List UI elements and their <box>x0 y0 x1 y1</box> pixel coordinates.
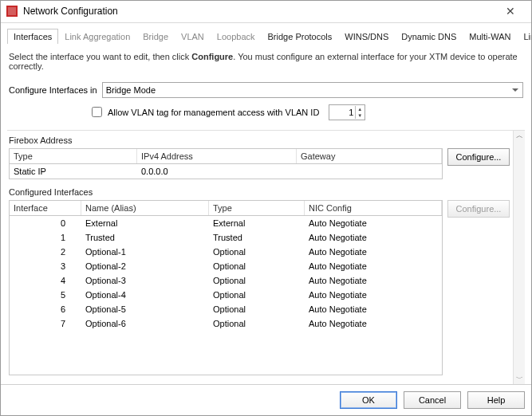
cell-interface: 4 <box>10 274 81 287</box>
cell-interface: 7 <box>10 317 81 330</box>
vlan-checkbox[interactable]: Allow VLAN tag for management access wit… <box>89 104 319 120</box>
tab-bridge: Bridge <box>136 29 175 44</box>
svg-rect-1 <box>8 7 16 15</box>
cell-itype: Optional <box>209 260 305 273</box>
tab-dynamic-dns[interactable]: Dynamic DNS <box>395 29 463 44</box>
cell-nic: Auto Negotiate <box>305 231 442 244</box>
cell-nic: Auto Negotiate <box>305 303 442 316</box>
scroll-area: Firebox Address Type IPv4 Address Gatewa… <box>7 130 525 384</box>
table-row[interactable]: 2Optional-1OptionalAuto Negotiate <box>10 245 442 259</box>
cell-nic: Auto Negotiate <box>305 288 442 301</box>
content-area: InterfacesLink AggregationBridgeVLANLoop… <box>1 23 531 384</box>
intro-pre: Select the interface you want to edit, t… <box>9 52 191 61</box>
spinner-up[interactable]: ▲ <box>355 106 364 112</box>
cell-itype: Optional <box>209 274 305 287</box>
interfaces-grid[interactable]: Interface Name (Alias) Type NIC Config 0… <box>9 200 443 375</box>
firebox-col-type[interactable]: Type <box>10 149 137 163</box>
cell-itype: External <box>209 217 305 230</box>
tab-wins-dns[interactable]: WINS/DNS <box>338 29 395 44</box>
vlan-checkbox-label: Allow VLAN tag for management access wit… <box>108 108 319 117</box>
cell-interface: 1 <box>10 231 81 244</box>
close-icon: ✕ <box>506 5 515 18</box>
table-row[interactable]: 6Optional-5OptionalAuto Negotiate <box>10 302 442 316</box>
cell-type: Static IP <box>10 165 137 178</box>
cell-itype: Optional <box>209 317 305 330</box>
cell-gateway <box>297 165 442 178</box>
close-button[interactable]: ✕ <box>495 2 526 20</box>
interfaces-title: Configured Interfaces <box>9 187 513 197</box>
table-row[interactable]: 3Optional-2OptionalAuto Negotiate <box>10 259 442 273</box>
tab-vlan: VLAN <box>175 29 211 44</box>
tab-multi-wan[interactable]: Multi-WAN <box>463 29 517 44</box>
tabstrip: InterfacesLink AggregationBridgeVLANLoop… <box>7 28 525 44</box>
configure-in-row: Configure Interfaces in Bridge Mode <box>9 82 523 98</box>
cell-itype: Trusted <box>209 231 305 244</box>
cell-name: Optional-5 <box>81 303 209 316</box>
cell-interface: 6 <box>10 303 81 316</box>
cell-interface: 5 <box>10 288 81 301</box>
cell-itype: Optional <box>209 303 305 316</box>
cell-interface: 0 <box>10 217 81 230</box>
cell-name: Optional-1 <box>81 245 209 258</box>
tab-loopback: Loopback <box>211 29 262 44</box>
cell-ipv4: 0.0.0.0 <box>137 165 297 178</box>
cell-nic: Auto Negotiate <box>305 317 442 330</box>
table-row[interactable]: 5Optional-4OptionalAuto Negotiate <box>10 288 442 302</box>
cell-interface: 2 <box>10 245 81 258</box>
table-row[interactable]: 4Optional-3OptionalAuto Negotiate <box>10 273 442 288</box>
tab-link-aggregation: Link Aggregation <box>58 29 136 44</box>
interfaces-configure-button[interactable]: Configure... <box>447 200 510 218</box>
dialog-footer: OK Cancel Help <box>1 384 531 415</box>
if-col-type[interactable]: Type <box>209 201 305 215</box>
cell-name: Optional-2 <box>81 260 209 273</box>
if-col-interface[interactable]: Interface <box>10 201 81 215</box>
scroll-up-icon[interactable]: ︿ <box>514 131 525 141</box>
vlan-checkbox-input[interactable] <box>92 107 102 117</box>
firebox-grid[interactable]: Type IPv4 Address Gateway Static IP0.0.0… <box>9 148 443 179</box>
intro-text: Select the interface you want to edit, t… <box>9 52 523 71</box>
firebox-col-ipv4[interactable]: IPv4 Address <box>137 149 297 163</box>
vertical-scrollbar[interactable]: ︿ ﹀ <box>513 131 525 384</box>
configure-in-label: Configure Interfaces in <box>9 85 97 95</box>
cell-name: Optional-3 <box>81 274 209 287</box>
scroll-down-icon[interactable]: ﹀ <box>514 374 525 384</box>
firebox-col-gateway[interactable]: Gateway <box>297 149 442 163</box>
table-row[interactable]: 7Optional-6OptionalAuto Negotiate <box>10 316 442 331</box>
cell-interface: 3 <box>10 260 81 273</box>
titlebar: Network Configuration ✕ <box>1 1 531 23</box>
app-icon <box>6 5 18 18</box>
cell-nic: Auto Negotiate <box>305 260 442 273</box>
if-col-name[interactable]: Name (Alias) <box>81 201 209 215</box>
vlan-id-spinner[interactable]: 1 ▲ ▼ <box>329 104 365 120</box>
cell-nic: Auto Negotiate <box>305 245 442 258</box>
firebox-configure-button[interactable]: Configure... <box>447 148 510 166</box>
table-row[interactable]: 0ExternalExternalAuto Negotiate <box>10 216 442 230</box>
firebox-title: Firebox Address <box>9 135 513 145</box>
cell-nic: Auto Negotiate <box>305 217 442 230</box>
cell-itype: Optional <box>209 245 305 258</box>
spinner-down[interactable]: ▼ <box>355 112 364 119</box>
cell-name: External <box>81 217 209 230</box>
cell-name: Optional-6 <box>81 317 209 330</box>
help-button[interactable]: Help <box>467 391 525 409</box>
window-title: Network Configuration <box>23 6 118 17</box>
configure-in-select[interactable]: Bridge Mode <box>102 82 523 98</box>
cell-nic: Auto Negotiate <box>305 274 442 287</box>
intro-bold: Configure <box>191 52 233 61</box>
tab-interfaces[interactable]: Interfaces <box>7 29 58 44</box>
configure-in-value: Bridge Mode <box>106 85 156 95</box>
cancel-button[interactable]: Cancel <box>404 391 461 409</box>
tab-bridge-protocols[interactable]: Bridge Protocols <box>262 29 339 44</box>
cell-itype: Optional <box>209 288 305 301</box>
ok-button[interactable]: OK <box>340 391 397 409</box>
vlan-row: Allow VLAN tag for management access wit… <box>9 104 523 120</box>
tab-link-monitor[interactable]: Link Monitor <box>517 29 531 44</box>
cell-name: Trusted <box>81 231 209 244</box>
table-row[interactable]: Static IP0.0.0.0 <box>10 164 442 179</box>
table-row[interactable]: 1TrustedTrustedAuto Negotiate <box>10 230 442 245</box>
cell-name: Optional-4 <box>81 288 209 301</box>
if-col-nic[interactable]: NIC Config <box>305 201 442 215</box>
